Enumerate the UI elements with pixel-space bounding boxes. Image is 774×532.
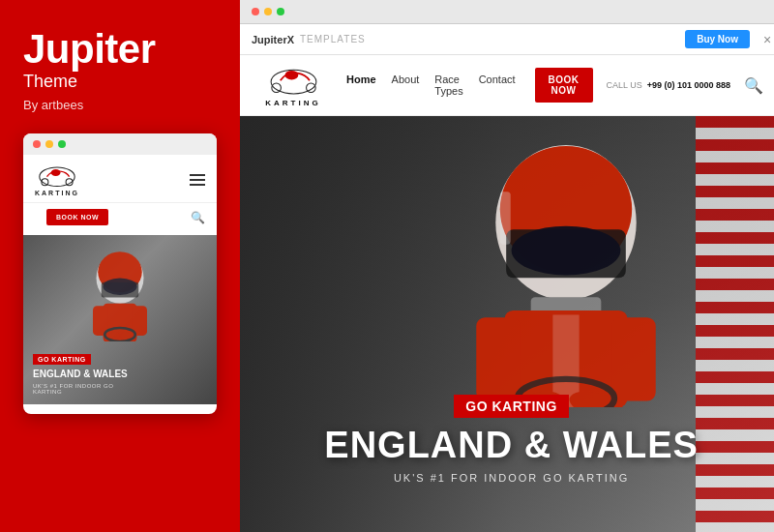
nav-home[interactable]: Home [346, 74, 376, 97]
theme-title: Jupiter [23, 29, 217, 70]
site-header-right: BOOK NOW CALL US +99 (0) 101 0000 888 🔍 [535, 68, 764, 103]
dot-yellow [45, 140, 53, 148]
right-panel: JupiterX TEMPLATES Buy Now × KARTING Hom… [240, 0, 774, 532]
site-logo-text: KARTING [265, 99, 320, 107]
theme-name-group: Jupiter Theme By artbees [23, 29, 217, 112]
mobile-book-button[interactable]: BOOK NOW [46, 209, 108, 225]
mobile-logo-icon [37, 163, 77, 190]
mobile-hero-title: ENGLAND & WALES [33, 369, 207, 380]
mobile-preview-card: KARTING BOOK NOW 🔍 [23, 133, 217, 414]
go-karting-badge: GO KARTING [454, 395, 568, 418]
browser-dot-yellow [264, 8, 272, 15]
svg-rect-26 [611, 317, 655, 400]
nav-race-types[interactable]: Race Types [434, 74, 462, 97]
mobile-helmet-svg [86, 240, 154, 341]
dot-green [58, 140, 66, 148]
svg-rect-22 [499, 192, 510, 245]
mobile-search-icon[interactable]: 🔍 [191, 211, 205, 224]
svg-point-7 [104, 278, 137, 295]
search-icon-desktop[interactable]: 🔍 [744, 76, 763, 95]
mobile-hamburger-icon[interactable] [190, 174, 205, 186]
browser-dot-red [252, 8, 259, 15]
mobile-go-karting-badge: GO KARTING [33, 354, 91, 365]
browser-dot-green [277, 8, 284, 15]
mobile-hero-content: GO KARTING ENGLAND & WALES UK'S #1 FOR I… [33, 348, 207, 395]
left-panel: Jupiter Theme By artbees KARTING [0, 0, 240, 532]
mobile-browser-bar [23, 133, 217, 155]
svg-point-21 [511, 226, 620, 276]
nav-about[interactable]: About [392, 74, 420, 97]
call-text: CALL US +99 (0) 101 0000 888 [607, 80, 731, 90]
jupiterx-logo-group: JupiterX TEMPLATES [252, 34, 366, 45]
jupiterx-topbar: JupiterX TEMPLATES Buy Now × [240, 24, 774, 55]
hero-subtitle: UK'S #1 FOR INDOOR GO KARTING [240, 472, 774, 484]
svg-point-15 [271, 83, 281, 93]
mobile-hero: GO KARTING ENGLAND & WALES UK'S #1 FOR I… [23, 235, 217, 404]
mobile-logo-text: KARTING [35, 190, 79, 196]
site-header: KARTING Home About Race Types Contact BO… [240, 55, 774, 116]
hero-section: GO KARTING ENGLAND & WALES UK'S #1 FOR I… [240, 116, 774, 532]
call-number: +99 (0) 101 0000 888 [647, 80, 730, 90]
dot-red [33, 140, 41, 148]
mobile-hero-sub: UK'S #1 FOR INDOOR GOKARTING [33, 383, 207, 395]
browser-chrome [240, 0, 774, 24]
nav-contact[interactable]: Contact [479, 74, 516, 97]
close-button[interactable]: × [763, 32, 771, 47]
mobile-logo: KARTING [35, 163, 79, 196]
hero-helmet-large-svg [469, 126, 663, 407]
site-logo: KARTING [259, 63, 327, 107]
jupiterx-templates-text: TEMPLATES [300, 34, 366, 44]
site-logo-icon [267, 63, 320, 97]
hero-content: GO KARTING ENGLAND & WALES UK'S #1 FOR I… [240, 395, 774, 484]
call-label: CALL US [607, 80, 642, 90]
site-navigation: Home About Race Types Contact [346, 74, 516, 97]
book-now-button[interactable]: BOOK NOW [535, 68, 593, 103]
buy-now-button[interactable]: Buy Now [685, 30, 750, 48]
hero-title: ENGLAND & WALES [240, 426, 774, 466]
jupiterx-logo-text: JupiterX [252, 34, 294, 45]
mobile-nav: KARTING [23, 155, 217, 203]
svg-rect-25 [476, 317, 520, 400]
theme-by: By artbees [23, 98, 217, 112]
svg-point-16 [306, 83, 315, 93]
theme-subtitle: Theme [23, 72, 217, 92]
